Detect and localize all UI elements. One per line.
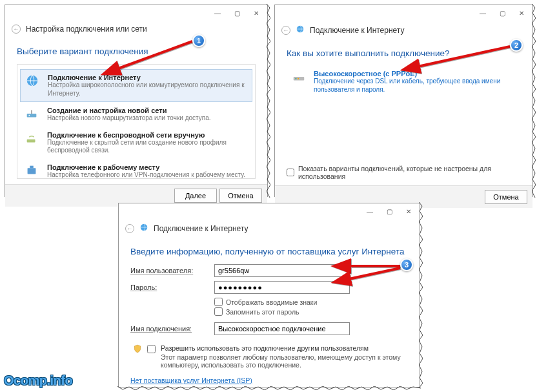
titlebar: — ▢ ✕ — [119, 203, 420, 220]
maximize-button[interactable]: ▢ — [227, 7, 247, 20]
minimize-button[interactable]: — — [360, 205, 380, 218]
maximize-button[interactable]: ▢ — [380, 205, 399, 218]
show-all-checkbox-row: Показать варианты подключений, которые н… — [287, 165, 532, 180]
badge-3: 3 — [400, 258, 413, 271]
option-title: Подключение к рабочему месту — [47, 163, 245, 171]
show-all-checkbox[interactable] — [287, 169, 294, 176]
option-workplace[interactable]: Подключение к рабочему месту Настройка т… — [20, 160, 252, 183]
option-desc: Подключение через DSL или кабель, требую… — [314, 77, 517, 94]
arrow-3b — [342, 267, 407, 286]
close-button[interactable]: ✕ — [247, 7, 266, 20]
arrow-1 — [110, 39, 200, 80]
option-new-network[interactable]: Создание и настройка новой сети Настройк… — [20, 103, 252, 127]
torn-edge-3 — [419, 202, 423, 388]
cancel-button[interactable]: Отмена — [485, 190, 527, 204]
minimize-button[interactable]: — — [473, 7, 492, 20]
svg-point-8 — [295, 78, 296, 79]
globe-icon — [296, 25, 305, 36]
close-button[interactable]: ✕ — [512, 7, 531, 20]
dialog-heading: Введите информацию, полученную от постав… — [130, 247, 408, 256]
svg-rect-4 — [28, 168, 36, 174]
dialog-title: Подключение к Интернету — [310, 26, 405, 35]
checkbox-show-chars[interactable] — [214, 298, 223, 306]
row-show-chars: Отображать вводимые знаки — [214, 298, 408, 306]
option-title: Подключение к беспроводной сети вручную — [47, 131, 248, 139]
back-icon[interactable]: ← — [12, 25, 21, 34]
svg-point-9 — [298, 78, 299, 79]
globe-icon — [139, 223, 148, 234]
workplace-icon — [24, 163, 42, 179]
options-listbox: Подключение к Интернету Настройка широко… — [17, 64, 256, 179]
svg-line-14 — [346, 268, 400, 280]
dialog-enter-isp-info: — ▢ ✕ ← Подключение к Интернету Введите … — [118, 203, 420, 387]
close-button[interactable]: ✕ — [399, 205, 418, 218]
svg-point-2 — [28, 115, 30, 116]
torn-edge-2 — [532, 4, 536, 198]
dialog-header: ← Подключение к Интернету — [275, 22, 532, 38]
shield-icon — [133, 344, 142, 355]
option-desc: Настройка телефонного или VPN-подключени… — [47, 171, 245, 180]
router-icon — [24, 107, 42, 122]
dialog-title: Подключение к Интернету — [154, 224, 248, 233]
cancel-button[interactable]: Отмена — [219, 189, 262, 203]
label-connection-name: Имя подключения: — [130, 325, 214, 333]
option-manual-wireless[interactable]: Подключение к беспроводной сети вручную … — [20, 127, 252, 159]
dialog-header: ← Подключение к Интернету — [119, 220, 420, 236]
svg-line-12 — [415, 46, 510, 67]
dialog-connect-internet: — ▢ ✕ ← Подключение к Интернету Как вы х… — [274, 5, 533, 197]
modem-icon — [290, 70, 309, 85]
label-password: Пароль: — [130, 284, 214, 291]
dialog-connection-setup: — ▢ ✕ ← Настройка подключения или сети В… — [5, 5, 268, 197]
option-desc: Настройка нового маршрутизатора или точк… — [47, 114, 211, 123]
back-icon[interactable]: ← — [125, 224, 134, 233]
svg-rect-3 — [27, 139, 35, 142]
row-allow-others: Разрешить использовать это подключение д… — [130, 344, 408, 369]
row-remember: Запомнить этот пароль — [214, 307, 408, 316]
label-allow-others: Разрешить использовать это подключение д… — [161, 344, 405, 352]
torn-edge-1 — [267, 4, 270, 198]
torn-edge-3b — [117, 386, 421, 390]
option-desc: Подключение к скрытой сети или создание … — [47, 139, 248, 155]
show-all-label: Показать варианты подключений, которые н… — [298, 165, 532, 180]
wifi-icon — [24, 131, 42, 147]
input-connection-name[interactable]: Высокоскоростное подключение — [214, 322, 350, 335]
desc-allow-others: Этот параметр позволяет любому пользоват… — [161, 353, 405, 369]
minimize-button[interactable]: — — [208, 7, 227, 20]
option-desc: Настройка широкополосного или коммутируе… — [48, 81, 248, 98]
label-username: Имя пользователя: — [130, 267, 214, 274]
input-password[interactable]: ●●●●●●●●● — [214, 281, 350, 294]
row-connection-name: Имя подключения: Высокоскоростное подклю… — [130, 322, 408, 335]
input-username[interactable]: gr5566qw — [214, 264, 350, 277]
badge-1: 1 — [192, 34, 205, 47]
watermark-logo: Ocomp.info — [4, 373, 72, 388]
badge-2: 2 — [510, 39, 523, 52]
link-no-isp[interactable]: Нет поставщика услуг Интернета (ISP) — [130, 377, 252, 384]
arrow-2 — [410, 44, 520, 79]
label-remember: Запомнить этот пароль — [226, 308, 299, 316]
svg-rect-5 — [30, 165, 34, 168]
maximize-button[interactable]: ▢ — [492, 7, 512, 20]
option-title: Создание и настройка новой сети — [47, 107, 211, 114]
back-icon[interactable]: ← — [281, 26, 290, 35]
titlebar: — ▢ ✕ — [275, 5, 532, 22]
dialog-header: ← Настройка подключения или сети — [5, 22, 267, 36]
label-show-chars: Отображать вводимые знаки — [226, 298, 317, 306]
checkbox-remember[interactable] — [214, 307, 223, 316]
titlebar: — ▢ ✕ — [5, 5, 267, 22]
globe-icon — [25, 74, 43, 89]
checkbox-allow-others[interactable] — [147, 345, 156, 353]
svg-rect-1 — [27, 114, 37, 118]
dialog-title: Настройка подключения или сети — [26, 25, 147, 34]
svg-line-11 — [115, 41, 192, 70]
next-button[interactable]: Далее — [174, 189, 217, 203]
